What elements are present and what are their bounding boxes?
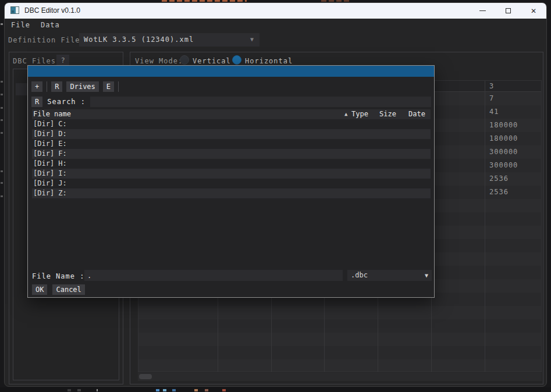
column-type[interactable]: Type — [351, 110, 368, 118]
column-file-name[interactable]: File name — [33, 110, 71, 118]
extension-select[interactable]: .dbc ▼ — [347, 270, 432, 281]
taskbar-fragment — [205, 389, 208, 391]
screen: DBC Editor v0.1.0 ✕ File Data Definition… — [0, 0, 551, 392]
menu-file[interactable]: File — [11, 21, 30, 29]
file-name-input[interactable] — [84, 270, 343, 281]
dbc-files-list-header-fragment — [16, 83, 29, 95]
chevron-down-icon: ▼ — [250, 36, 254, 42]
window-title: DBC Editor v0.1.0 — [24, 6, 80, 15]
table-cell[interactable]: 7 — [489, 92, 541, 105]
add-button[interactable]: + — [31, 81, 42, 92]
extension-value: .dbc — [351, 271, 368, 279]
list-item[interactable]: [Dir] H: — [32, 159, 431, 169]
cancel-button[interactable]: Cancel — [52, 284, 84, 295]
taskbar-fragment — [156, 389, 159, 391]
list-item[interactable]: [Dir] C: — [32, 119, 431, 129]
search-label: Search : — [47, 98, 86, 106]
background-window-text-fragment — [1, 107, 3, 109]
taskbar-fragment — [194, 389, 198, 391]
list-item[interactable]: [Dir] D: — [32, 129, 431, 139]
ok-button[interactable]: OK — [32, 284, 47, 295]
maximize-icon — [506, 8, 511, 13]
drives-button[interactable]: Drives — [66, 81, 98, 92]
dialog-search-row: R Search : — [31, 96, 431, 108]
definition-file-select[interactable]: WotLK 3.3.5 (12340).xml ▼ — [79, 33, 259, 47]
background-window-text-fragment — [1, 94, 3, 95]
table-cell[interactable]: 2536 — [489, 186, 541, 199]
refresh-button[interactable]: R — [51, 81, 62, 92]
record-header-cell[interactable]: 3 — [489, 81, 494, 92]
list-item[interactable]: [Dir] Z: — [32, 188, 431, 198]
search-input[interactable] — [90, 97, 431, 107]
file-dialog: + R Drives E R Search : File name ▲ Type… — [27, 65, 435, 298]
taskbar-fragment — [163, 389, 166, 391]
scrollbar-thumb[interactable] — [139, 374, 152, 379]
toolbar-separator — [118, 81, 119, 92]
background-window-text-fragment — [162, 0, 247, 2]
maximize-button[interactable] — [495, 3, 521, 19]
taskbar-fragment — [222, 389, 226, 391]
window-titlebar[interactable]: DBC Editor v0.1.0 ✕ — [5, 3, 546, 19]
chevron-down-icon: ▼ — [425, 272, 428, 279]
grid-column-line — [485, 81, 485, 372]
background-window-text-fragment — [1, 81, 3, 83]
minimize-icon — [479, 10, 486, 11]
list-item[interactable]: [Dir] E: — [32, 139, 431, 149]
sort-ascending-icon: ▲ — [344, 111, 347, 117]
taskbar-fragment — [172, 389, 176, 391]
column-date[interactable]: Date — [408, 110, 425, 118]
view-mode-label: View Mode: — [135, 57, 183, 65]
menubar: File Data — [5, 19, 546, 31]
help-button[interactable]: ? — [56, 55, 69, 66]
background-window-text-fragment — [321, 0, 351, 2]
table-cell[interactable]: 180000 — [489, 119, 541, 132]
radio-vertical-label[interactable]: Vertical — [193, 57, 231, 65]
column-size[interactable]: Size — [379, 110, 396, 118]
app-icon — [10, 6, 19, 14]
definition-file-value: WotLK 3.3.5 (12340).xml — [84, 35, 194, 44]
table-cell[interactable]: 180000 — [489, 132, 541, 145]
background-window-text-fragment — [1, 195, 3, 197]
e-button[interactable]: E — [103, 81, 114, 92]
app-window: DBC Editor v0.1.0 ✕ File Data Definition… — [4, 2, 547, 387]
list-item[interactable]: [Dir] J: — [32, 179, 431, 188]
search-r-button[interactable]: R — [31, 97, 42, 107]
taskbar-fragment — [97, 389, 98, 391]
close-button[interactable]: ✕ — [521, 3, 546, 19]
definition-file-label: Definition File: — [8, 36, 85, 44]
file-name-label: File Name : — [32, 272, 84, 280]
radio-vertical[interactable] — [180, 55, 189, 65]
table-cell[interactable]: 41 — [489, 105, 541, 119]
background-window-text-fragment — [1, 119, 3, 121]
table-cell[interactable]: 2536 — [489, 172, 541, 186]
radio-horizontal[interactable] — [232, 55, 241, 65]
list-item[interactable]: [Dir] I: — [32, 169, 431, 179]
background-window-text-fragment — [1, 23, 3, 25]
minimize-button[interactable] — [470, 3, 495, 19]
table-cell[interactable]: 300000 — [489, 145, 541, 159]
dialog-titlebar[interactable] — [28, 66, 434, 77]
close-icon: ✕ — [531, 8, 536, 15]
toolbar-separator — [47, 81, 47, 92]
table-cell[interactable]: 300000 — [489, 159, 541, 172]
background-window-text-fragment — [1, 170, 3, 172]
dialog-toolbar: + R Drives E — [31, 81, 119, 92]
list-item[interactable]: [Dir] F: — [32, 149, 431, 159]
background-window-text-fragment — [1, 182, 3, 184]
dbc-files-title: DBC Files — [13, 57, 56, 65]
dialog-actions: OK Cancel — [32, 284, 85, 295]
menu-data[interactable]: Data — [41, 21, 60, 29]
radio-horizontal-label[interactable]: Horizontal — [245, 57, 293, 65]
file-list-header[interactable]: File name ▲ Type Size Date — [32, 109, 431, 119]
taskbar-fragment — [77, 389, 81, 391]
horizontal-scrollbar[interactable] — [138, 373, 542, 381]
background-taskbar-sliver — [0, 387, 551, 392]
background-window-text-fragment — [1, 132, 3, 134]
taskbar-fragment — [67, 389, 71, 391]
